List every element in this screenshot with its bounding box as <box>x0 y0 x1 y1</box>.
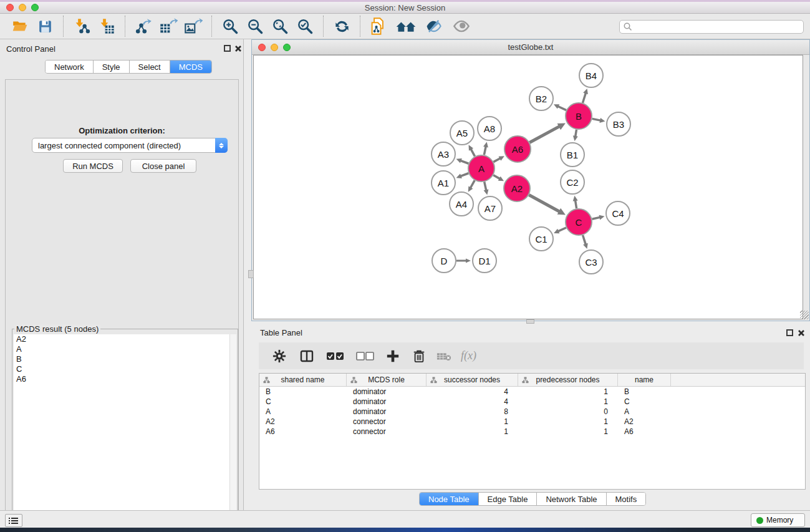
result-item-a[interactable]: A <box>14 344 231 354</box>
import-table-icon[interactable] <box>97 16 116 36</box>
zoom-selected-icon[interactable] <box>296 16 314 36</box>
tab-mcds[interactable]: MCDS <box>170 60 211 73</box>
cell-mcds-role[interactable]: dominator <box>347 397 427 407</box>
settings-gear-icon[interactable] <box>271 348 287 364</box>
cell-predecessor-nodes[interactable]: 1 <box>518 417 618 427</box>
home-layout-icon[interactable] <box>394 16 418 36</box>
tab-motifs[interactable]: Motifs <box>607 493 646 505</box>
edge-A-A8[interactable] <box>484 146 486 155</box>
mcds-result-list[interactable]: A2ABCA6 <box>14 334 231 532</box>
close-table-panel-icon[interactable] <box>798 329 805 337</box>
criterion-dropdown[interactable]: largest connected component (directed) <box>32 138 228 153</box>
cell-shared-name[interactable]: A6 <box>259 427 347 437</box>
close-panel-icon[interactable] <box>234 45 242 52</box>
edge-B-B4[interactable] <box>582 92 586 103</box>
column-header-successor-nodes[interactable]: successor nodes <box>427 374 518 386</box>
edge-A-A7[interactable] <box>485 181 486 191</box>
cell-predecessor-nodes[interactable]: 1 <box>518 387 618 397</box>
vertical-divider-grip[interactable] <box>248 270 254 278</box>
cell-mcds-role[interactable]: dominator <box>347 387 427 397</box>
cell-name[interactable]: A6 <box>618 427 671 437</box>
edge-C-C2[interactable] <box>575 200 576 208</box>
import-network-icon[interactable] <box>72 16 91 36</box>
edge-A-A5[interactable] <box>471 148 475 157</box>
column-header-name[interactable]: name <box>618 374 671 386</box>
edge-C-C4[interactable] <box>592 217 600 219</box>
refresh-view-icon[interactable] <box>332 16 351 36</box>
result-item-a6[interactable]: A6 <box>14 374 231 384</box>
cell-predecessor-nodes[interactable]: 0 <box>518 407 618 417</box>
edge-B-B2[interactable] <box>557 106 566 110</box>
zoom-out-icon[interactable] <box>246 16 264 36</box>
hide-panels-icon[interactable] <box>424 16 443 36</box>
run-mcds-button[interactable]: Run MCDS <box>63 159 123 173</box>
open-session-icon[interactable] <box>11 16 29 36</box>
cell-shared-name[interactable]: B <box>259 387 347 397</box>
cell-name[interactable]: B <box>618 387 671 397</box>
split-columns-icon[interactable] <box>299 348 315 364</box>
tab-edge-table[interactable]: Edge Table <box>479 493 538 505</box>
function-builder-icon[interactable]: f(x) <box>461 349 476 362</box>
cell-name[interactable]: C <box>618 397 671 407</box>
edge-A-A4[interactable] <box>470 180 475 188</box>
export-image-icon[interactable] <box>184 16 203 36</box>
node-table[interactable]: shared nameMCDS rolesuccessor nodesprede… <box>259 373 806 490</box>
cell-successor-nodes[interactable]: 4 <box>427 397 518 407</box>
search-input[interactable] <box>633 21 803 32</box>
cell-shared-name[interactable]: A2 <box>259 417 347 427</box>
edge-A-A3[interactable] <box>460 160 469 163</box>
tab-network-table[interactable]: Network Table <box>537 493 606 505</box>
table-row[interactable]: Bdominator41B <box>259 387 805 397</box>
cell-shared-name[interactable]: A <box>259 407 347 417</box>
edge-B-B3[interactable] <box>592 118 602 120</box>
export-network-icon[interactable] <box>134 16 153 36</box>
horizontal-divider-grip[interactable] <box>526 319 534 324</box>
cell-name[interactable]: A2 <box>618 417 671 427</box>
task-history-button[interactable] <box>5 514 22 527</box>
tab-style[interactable]: Style <box>94 60 130 73</box>
search-field[interactable] <box>619 20 804 34</box>
cell-mcds-role[interactable]: connector <box>347 427 427 437</box>
table-row[interactable]: A2connector11A2 <box>259 417 805 427</box>
network-canvas[interactable]: B4B2BB3B1A5A8A6A3AA1C2A4A7A2C4CC1C3DD1 <box>253 55 803 319</box>
duplicate-network-icon[interactable] <box>369 16 388 36</box>
network-graph[interactable]: B4B2BB3B1A5A8A6A3AA1C2A4A7A2C4CC1C3DD1 <box>254 56 804 320</box>
edge-A-A6[interactable] <box>493 158 501 162</box>
close-panel-button[interactable]: Close panel <box>130 159 196 173</box>
resize-grip-icon[interactable] <box>800 311 809 319</box>
result-item-a2[interactable]: A2 <box>14 334 231 344</box>
zoom-fit-icon[interactable] <box>271 16 289 36</box>
cell-successor-nodes[interactable]: 4 <box>427 387 518 397</box>
tab-select[interactable]: Select <box>130 60 170 73</box>
cell-successor-nodes[interactable]: 1 <box>427 417 518 427</box>
delete-column-icon[interactable] <box>411 348 427 364</box>
edge-C-C3[interactable] <box>583 235 586 245</box>
memory-button[interactable]: Memory <box>751 513 805 527</box>
table-row[interactable]: Cdominator41C <box>259 397 805 407</box>
result-item-c[interactable]: C <box>14 364 231 374</box>
tab-node-table[interactable]: Node Table <box>420 493 479 505</box>
table-row[interactable]: A6connector11A6 <box>259 427 805 437</box>
edge-A-A1[interactable] <box>460 173 469 177</box>
cell-predecessor-nodes[interactable]: 1 <box>518 427 618 437</box>
export-table-icon[interactable] <box>159 16 178 36</box>
cell-predecessor-nodes[interactable]: 1 <box>518 397 618 407</box>
cell-mcds-role[interactable]: dominator <box>347 407 427 417</box>
result-item-b[interactable]: B <box>14 354 231 364</box>
table-row[interactable]: Adominator80A <box>259 407 805 417</box>
delete-table-icon[interactable] <box>436 348 452 364</box>
edge-C-C1[interactable] <box>557 228 566 231</box>
float-table-panel-icon[interactable] <box>786 329 793 336</box>
column-header-mcds-role[interactable]: MCDS role <box>347 374 427 386</box>
select-all-checkboxes-icon[interactable] <box>325 348 346 364</box>
network-window-titlebar[interactable]: testGlobe.txt <box>252 40 809 55</box>
zoom-in-icon[interactable] <box>221 16 239 36</box>
float-panel-icon[interactable] <box>224 45 231 52</box>
column-header-predecessor-nodes[interactable]: predecessor nodes <box>518 374 618 386</box>
cell-shared-name[interactable]: C <box>259 397 347 407</box>
cell-mcds-role[interactable]: connector <box>347 417 427 427</box>
cell-successor-nodes[interactable]: 1 <box>427 427 518 437</box>
add-column-icon[interactable] <box>385 348 401 364</box>
edge-A6-B[interactable] <box>529 126 560 142</box>
tab-network[interactable]: Network <box>46 60 94 73</box>
